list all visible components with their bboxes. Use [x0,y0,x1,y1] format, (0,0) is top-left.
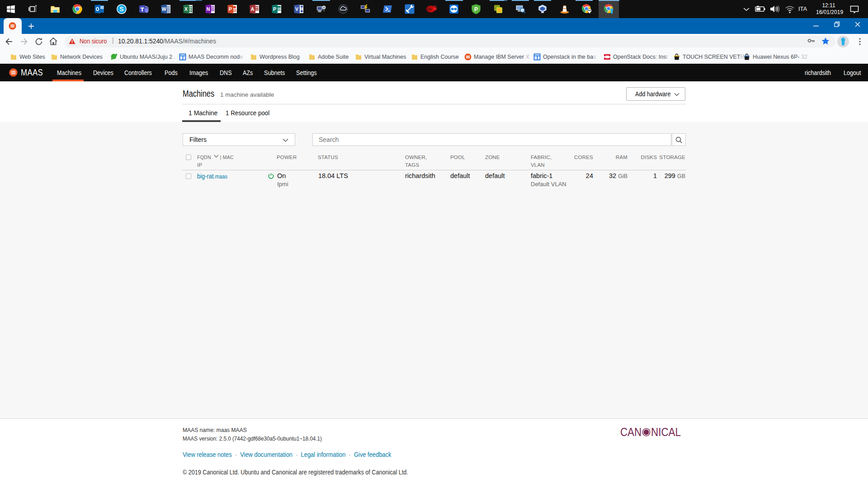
svg-text:N: N [207,6,210,12]
svg-text:P: P [273,6,276,12]
svg-text:A: A [251,6,255,12]
svg-text:CAN: CAN [620,426,642,438]
svg-text:S: S [119,5,123,13]
svg-text:NICAL: NICAL [651,426,681,438]
svg-text:V: V [295,6,298,12]
svg-text:P: P [474,6,478,13]
svg-text:P: P [229,6,232,12]
svg-text:W: W [162,6,166,12]
svg-text:X: X [184,6,188,12]
